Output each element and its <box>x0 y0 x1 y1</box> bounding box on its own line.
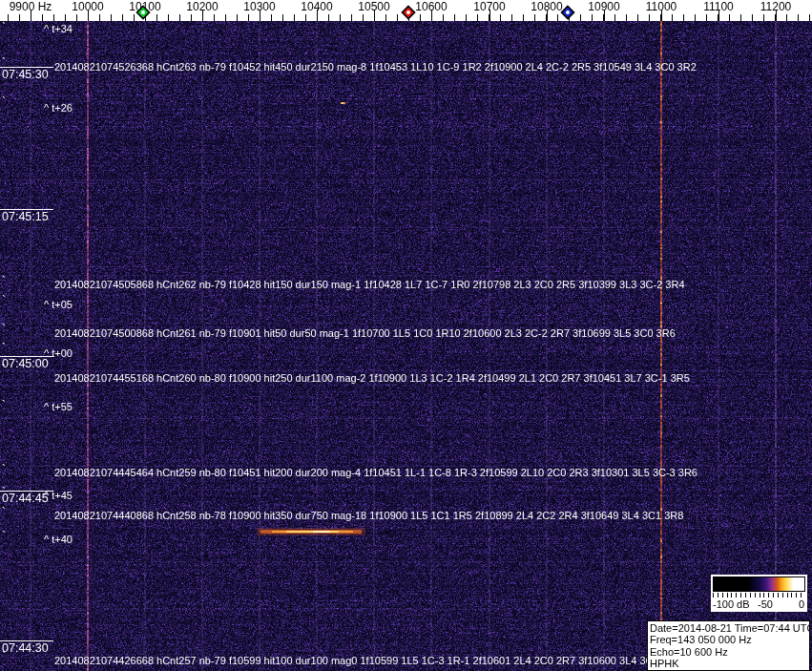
freq-tick-label: 11200 <box>760 0 791 13</box>
freq-tick-label: 10500 <box>358 0 389 13</box>
freq-tick-label: 10300 <box>243 0 275 13</box>
freq-tick-label: 11100 <box>703 0 734 13</box>
spectrogram-display <box>0 21 812 671</box>
color-gradient-bar <box>713 577 805 592</box>
freq-tick-label: 10600 <box>415 0 447 13</box>
freq-marker-blue[interactable] <box>560 5 575 20</box>
legend-label-max: 0 <box>799 598 804 610</box>
freq-tick-label: 10200 <box>186 0 218 13</box>
legend-label-mid: -50 <box>758 598 773 610</box>
legend-ticks <box>713 593 805 598</box>
info-frequency: Freq=143 050 000 Hz <box>650 634 807 645</box>
freq-tick-label: 10800 <box>531 0 562 13</box>
freq-tick-label: 9900 Hz <box>10 0 52 13</box>
info-date-time: Date=2014-08-21 Time=07:44 UTC <box>650 622 807 634</box>
freq-tick-label: 10400 <box>301 0 332 13</box>
legend-labels: -100 dB -50 0 <box>711 598 807 611</box>
freq-marker-green[interactable] <box>135 5 151 20</box>
freq-tick-label: 11000 <box>646 0 677 13</box>
info-station: HPHK <box>650 658 807 669</box>
db-color-scale: -100 dB -50 0 <box>711 575 807 612</box>
freq-tick-label: 10700 <box>473 0 505 13</box>
freq-tick-label: 10000 <box>72 0 103 13</box>
info-echo: Echo=10 600 Hz <box>650 646 807 658</box>
frequency-axis: 9900 Hz100001010010200103001040010500106… <box>0 0 812 21</box>
freq-marker-red[interactable] <box>401 5 416 20</box>
status-info-box: Date=2014-08-21 Time=07:44 UTC Freq=143 … <box>647 620 810 671</box>
freq-tick-label: 10900 <box>588 0 619 13</box>
legend-label-min: -100 dB <box>713 598 750 610</box>
